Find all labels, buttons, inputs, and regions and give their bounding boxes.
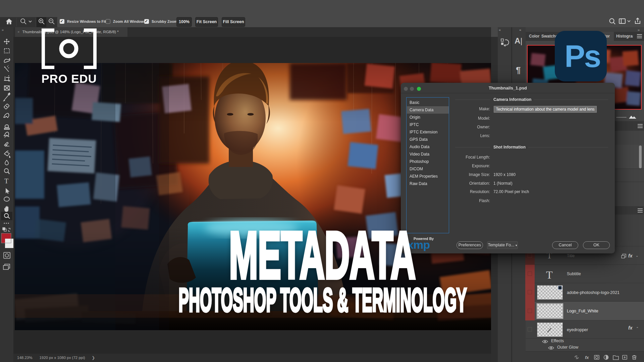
svg-text:PRO EDU: PRO EDU [42, 72, 97, 84]
svg-text:fx: fx [585, 355, 589, 360]
svg-text:»: » [2, 28, 4, 32]
svg-text:T: T [4, 177, 8, 185]
